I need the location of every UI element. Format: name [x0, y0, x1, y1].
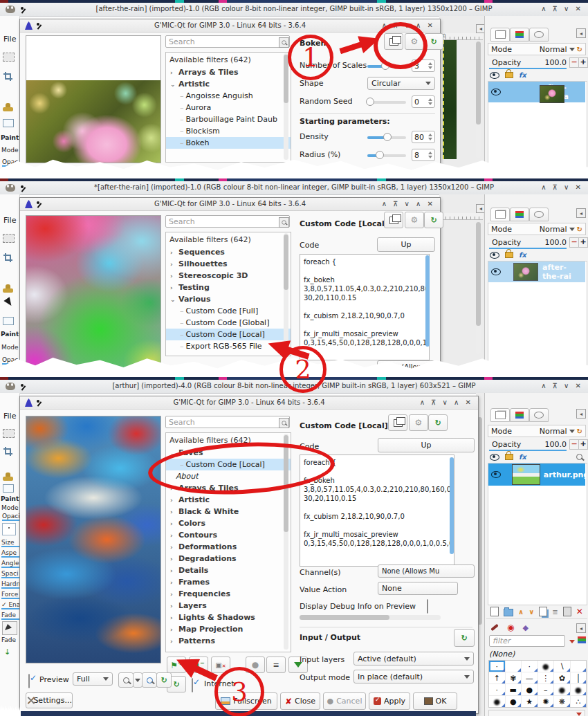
brush-item[interactable]: ↑: [489, 672, 505, 683]
output-mode-dropdown[interactable]: In place (default): [353, 670, 474, 683]
filter-item[interactable]: ›Artistic: [166, 494, 291, 506]
tool-option-label[interactable]: Spaci: [1, 570, 19, 578]
copy-params-button[interactable]: [388, 414, 407, 431]
spin-up-icon[interactable]: [428, 62, 432, 65]
reset-filter-button[interactable]: ↻: [424, 212, 443, 228]
mode-select[interactable]: Normal↻: [540, 427, 582, 436]
filter-item[interactable]: ›Stereoscopic 3D: [166, 270, 291, 282]
filter-item[interactable]: ›Testing: [166, 282, 291, 293]
filter-visibility-button[interactable]: ≡: [266, 657, 286, 673]
rect-select-tool-icon[interactable]: [3, 53, 15, 62]
tool-option-label[interactable]: Size: [1, 539, 19, 547]
value-action-dropdown[interactable]: None: [378, 582, 458, 595]
tool-options-tab-icon[interactable]: [3, 317, 14, 325]
filter-item[interactable]: –Blockism: [166, 125, 291, 137]
chevron-right-icon[interactable]: ›: [170, 567, 176, 574]
chevron-right-icon[interactable]: ›: [170, 273, 176, 279]
filter-item[interactable]: –Bokeh: [166, 137, 291, 149]
filter-item[interactable]: ›Lights & Shadows: [166, 612, 291, 623]
filter-settings-button[interactable]: ⚙: [409, 414, 428, 431]
gmic-window-controls[interactable]: ∧ ⊼ ∨ ∧ ✕: [420, 398, 473, 406]
search-input[interactable]: [165, 416, 290, 428]
pin-icon[interactable]: [21, 7, 24, 10]
opacity-slider[interactable]: Opacity 100.0: [489, 57, 567, 69]
pin-icon[interactable]: [37, 23, 39, 26]
pin-icon[interactable]: [21, 384, 24, 387]
brush-item[interactable]: ●: [554, 684, 570, 695]
tab-channels[interactable]: [510, 28, 529, 42]
window-controls[interactable]: ∧ ⊼ ∨ ✕: [541, 183, 583, 191]
rect-select-tool-icon[interactable]: [3, 429, 15, 438]
search-icon[interactable]: [279, 217, 289, 228]
update-button[interactable]: Up: [378, 438, 475, 452]
chevron-down-icon[interactable]: ⌄: [170, 81, 176, 88]
io-reset-button[interactable]: ↻: [454, 629, 475, 647]
chevron-right-icon[interactable]: ›: [170, 520, 176, 527]
brush-item[interactable]: ·: [489, 661, 505, 672]
file-menu[interactable]: File: [3, 412, 16, 421]
brush-item[interactable]: ●: [571, 684, 587, 695]
brush-item[interactable]: ●: [506, 696, 522, 707]
search-input[interactable]: [165, 35, 290, 48]
filter-item[interactable]: ›Patterns: [166, 635, 291, 647]
chevron-right-icon[interactable]: ›: [170, 284, 176, 291]
visibility-icon[interactable]: [490, 72, 499, 79]
filter-settings-button[interactable]: ⚙: [405, 212, 424, 228]
tab-paths[interactable]: [529, 208, 549, 221]
pin-icon[interactable]: [37, 201, 39, 204]
layer-row[interactable]: after-the-rai: [488, 261, 585, 282]
layer-visibility-icon[interactable]: [491, 89, 501, 95]
merge-layer-icon[interactable]: ≡: [552, 608, 558, 616]
chevron-right-icon[interactable]: ›: [170, 497, 176, 504]
pattern-icon[interactable]: ◉: [507, 623, 514, 632]
tool-option-label[interactable]: Angle: [1, 560, 19, 568]
switch-mode-icon[interactable]: ↻: [577, 46, 582, 53]
canvas-vscrollbar[interactable]: [476, 42, 481, 158]
input-layers-dropdown[interactable]: Active (default): [353, 652, 474, 665]
tab-paths[interactable]: [529, 408, 549, 422]
lower-layer-icon[interactable]: ∨: [529, 608, 534, 616]
tool-option-label[interactable]: Fade: [1, 612, 19, 620]
chevron-right-icon[interactable]: ›: [170, 579, 176, 586]
brush-item[interactable]: ∴: [571, 696, 587, 707]
chevron-right-icon[interactable]: ›: [170, 603, 176, 609]
chevron-right-icon[interactable]: ›: [170, 261, 176, 268]
opacity-plus-button[interactable]: +: [578, 57, 588, 68]
tab-paths[interactable]: [529, 28, 549, 42]
spin-down-icon[interactable]: [428, 66, 432, 69]
brush-item[interactable]: —: [522, 672, 538, 683]
raise-layer-icon[interactable]: ∧: [518, 608, 524, 616]
opacity-plus-button[interactable]: +: [578, 439, 588, 450]
lock-icon[interactable]: [505, 454, 513, 460]
settings-button[interactable]: Settings...: [26, 692, 73, 708]
chevron-right-icon[interactable]: ›: [170, 626, 176, 633]
tool-options-tab-icon[interactable]: [3, 484, 14, 493]
filter-item[interactable]: ›Colors: [166, 517, 291, 529]
crop-tool-icon[interactable]: [3, 72, 12, 81]
tab-layers[interactable]: [490, 28, 510, 42]
crop-tool-icon[interactable]: [3, 447, 12, 456]
copy-params-button[interactable]: [384, 212, 403, 228]
filter-item[interactable]: ›Frames: [166, 576, 291, 588]
filter-item[interactable]: ›Layers: [166, 600, 291, 612]
apply-button[interactable]: Apply: [369, 692, 410, 710]
code-scrollbar[interactable]: [450, 457, 454, 554]
filter-item[interactable]: ›Sequences: [166, 246, 291, 258]
clone-tool-icon[interactable]: [3, 477, 13, 481]
brush-item[interactable]: –: [538, 684, 554, 695]
filter-item[interactable]: ›Map Projection: [166, 623, 291, 635]
window-controls[interactable]: ∧ ⊼ ∨ ✕: [541, 382, 583, 389]
density-slider[interactable]: [367, 136, 406, 139]
tool-option-label[interactable]: ✓ Ena: [1, 601, 19, 609]
opacity-slider[interactable]: Opacity 100.0: [489, 439, 567, 451]
crop-tool-icon[interactable]: [3, 253, 12, 262]
brush-item[interactable]: ⋮: [538, 672, 554, 683]
tool-option-label[interactable]: Aspe: [1, 549, 19, 558]
brush-item[interactable]: ✿: [554, 672, 570, 683]
zoom-out-button[interactable]: [118, 672, 134, 688]
gradient-icon[interactable]: ⇣: [4, 648, 10, 657]
new-group-icon[interactable]: [504, 609, 513, 616]
filter-item[interactable]: ⌄Artistic: [166, 78, 291, 90]
chevron-right-icon[interactable]: ›: [170, 69, 176, 76]
new-layer-icon[interactable]: [490, 607, 499, 616]
